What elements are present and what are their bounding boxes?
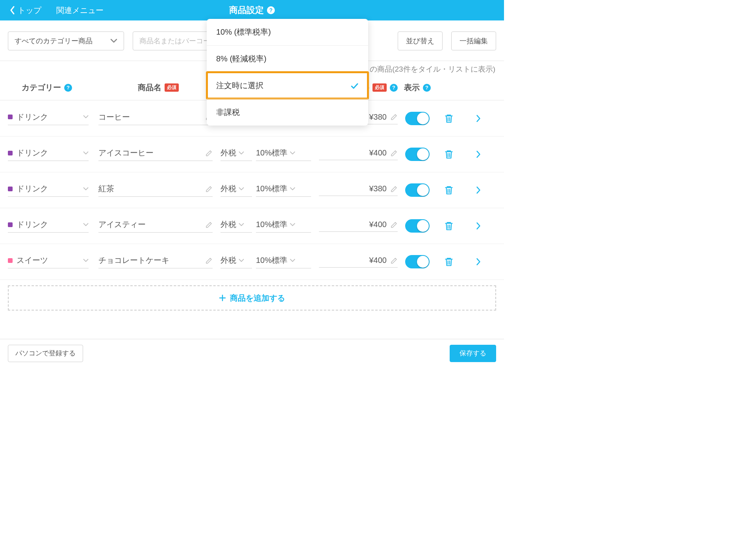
delete-button[interactable] [433,221,465,231]
detail-button[interactable] [465,186,492,194]
display-toggle[interactable] [405,148,430,161]
product-name-input[interactable]: アイスティー [98,219,213,233]
product-row: ドリンク 紅茶 外税 10%標準 ¥380 [0,172,504,208]
delete-button[interactable] [433,113,465,124]
chevron-down-icon [290,259,295,263]
plus-icon [219,294,226,301]
product-name-text: コーヒー [98,112,130,122]
tax-rate-option[interactable]: 非課税 [207,99,368,126]
category-select[interactable]: ドリンク [8,148,89,161]
detail-button[interactable] [465,222,492,230]
tax-rate-option[interactable]: 注文時に選択 [207,72,368,99]
add-product-button[interactable]: 商品を追加する [8,285,496,311]
tax-rate-dropdown[interactable]: 10% (標準税率)8% (軽減税率)注文時に選択非課税 [207,19,368,126]
category-select[interactable]: ドリンク [8,183,89,197]
delete-button[interactable] [433,149,465,159]
product-name-text: チョコレートケーキ [98,255,169,266]
trash-icon [444,113,454,124]
option-label: 注文時に選択 [216,80,263,91]
price-input[interactable]: ¥380 [319,184,398,196]
product-name-text: アイスティー [98,219,146,230]
check-icon [350,82,359,89]
chevron-right-icon [476,150,481,158]
price-input[interactable]: ¥400 [319,256,398,268]
register-on-pc-button[interactable]: パソコンで登録する [8,345,83,362]
product-name-text: 紅茶 [98,183,114,194]
required-badge: 必須 [372,83,387,92]
chevron-down-icon [239,187,244,191]
help-icon[interactable]: ? [423,84,431,92]
price-text: ¥380 [369,184,387,193]
category-filter-select[interactable]: すべてのカテゴリー商品 [8,31,124,50]
detail-button[interactable] [465,115,492,122]
pencil-icon [206,150,213,157]
chevron-down-icon [110,39,117,43]
tax-rate-select[interactable]: 10%標準 [256,183,311,197]
sort-button[interactable]: 並び替え [398,31,443,50]
tax-type-label: 外税 [220,219,236,230]
tax-rate-label: 10%標準 [256,148,287,158]
trash-icon [444,257,454,267]
product-name-input[interactable]: コーヒー [98,112,213,125]
product-row: ドリンク アイスティー 外税 10%標準 ¥400 [0,208,504,244]
add-product-label: 商品を追加する [230,293,285,303]
category-select[interactable]: ドリンク [8,219,89,233]
tax-rate-option[interactable]: 10% (標準税率) [207,19,368,45]
price-input[interactable]: ¥400 [319,220,398,232]
product-name-input[interactable]: アイスコーヒー [98,148,213,161]
price-input[interactable]: ¥400 [319,148,398,160]
product-name-input[interactable]: チョコレートケーキ [98,255,213,268]
tax-rate-option[interactable]: 8% (軽減税率) [207,45,368,72]
category-label: ドリンク [17,112,48,122]
category-select[interactable]: ドリンク [8,112,89,125]
pencil-icon [391,185,398,192]
detail-button[interactable] [465,150,492,158]
help-icon[interactable]: ? [267,6,275,14]
tax-type-label: 外税 [220,255,236,266]
category-label: ドリンク [17,183,48,194]
pencil-icon [206,185,213,192]
price-text: ¥380 [369,113,387,122]
tax-rate-select[interactable]: 10%標準 [256,148,311,161]
help-icon[interactable]: ? [390,84,398,92]
category-label: ドリンク [17,148,48,158]
display-toggle[interactable] [405,255,430,268]
price-text: ¥400 [369,256,387,265]
product-name-input[interactable]: 紅茶 [98,183,213,197]
detail-button[interactable] [465,258,492,266]
back-button[interactable]: トップ [10,5,41,16]
tax-rate-select[interactable]: 10%標準 [256,219,311,233]
product-row: ドリンク アイスコーヒー 外税 10%標準 ¥400 [0,137,504,172]
option-label: 非課税 [216,107,240,118]
display-toggle[interactable] [405,219,430,233]
chevron-right-icon [476,222,481,230]
category-select[interactable]: スイーツ [8,255,89,268]
chevron-down-icon [83,187,89,191]
option-label: 8% (軽減税率) [216,54,267,64]
tax-type-select[interactable]: 外税 [220,219,252,233]
tax-type-select[interactable]: 外税 [220,255,252,268]
category-color-icon [8,258,13,263]
display-toggle[interactable] [405,183,430,197]
product-rows: ドリンク コーヒー 外税 注文時に選択 ¥380 ドリンク アイスコーヒー [0,100,504,280]
trash-icon [444,149,454,159]
help-icon[interactable]: ? [64,84,72,92]
product-row: スイーツ チョコレートケーキ 外税 10%標準 ¥400 [0,244,504,280]
save-button[interactable]: 保存する [450,345,496,362]
app-header: トップ 関連メニュー 商品設定 ? [0,0,504,20]
category-color-icon [8,151,13,155]
bulk-edit-button[interactable]: 一括編集 [451,31,496,50]
tax-type-select[interactable]: 外税 [220,148,252,161]
tax-rate-label: 10%標準 [256,255,287,266]
display-toggle[interactable] [405,112,430,125]
delete-button[interactable] [433,185,465,195]
related-menu-button[interactable]: 関連メニュー [56,5,104,16]
category-color-icon [8,187,13,191]
chevron-down-icon [290,151,295,155]
pencil-icon [391,150,398,157]
price-text: ¥400 [369,220,387,229]
delete-button[interactable] [433,257,465,267]
tax-rate-label: 10%標準 [256,219,287,230]
tax-type-select[interactable]: 外税 [220,183,252,197]
tax-rate-select[interactable]: 10%標準 [256,255,311,268]
